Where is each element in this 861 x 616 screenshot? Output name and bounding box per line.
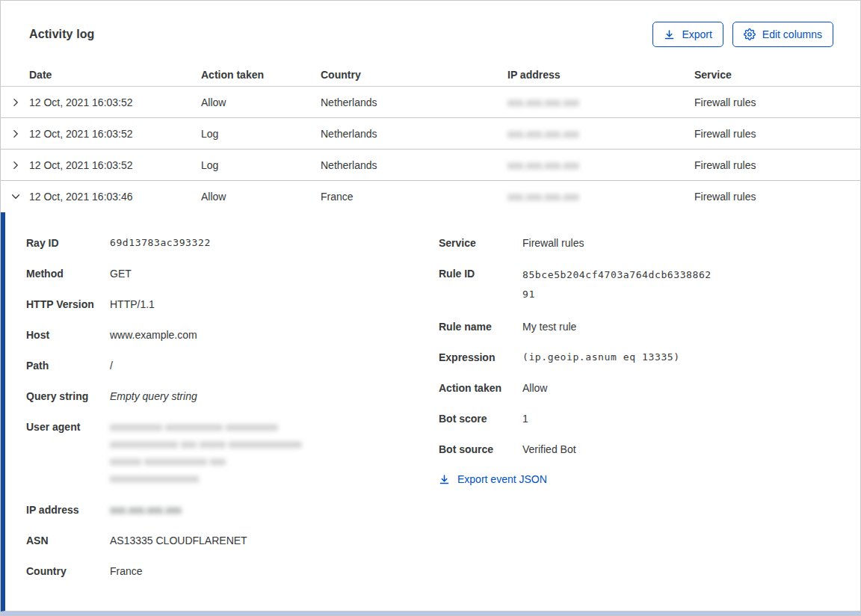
detail-field-rule-name: Rule name My test rule bbox=[439, 318, 860, 335]
detail-field-ip-address: IP address xxx.xxx.xxx.xxx bbox=[26, 502, 439, 518]
field-label: Rule name bbox=[439, 318, 522, 335]
redacted-ip: xxx.xxx.xxx.xxx bbox=[507, 191, 579, 203]
detail-field-path: Path / bbox=[26, 357, 439, 374]
table-row-expanded[interactable]: 12 Oct, 2021 16:03:46 Allow France xxx.x… bbox=[1, 181, 860, 212]
field-label: Bot source bbox=[439, 441, 522, 458]
edit-columns-button[interactable]: Edit columns bbox=[732, 22, 833, 47]
detail-field-ray-id: Ray ID 69d13783ac393322 bbox=[26, 235, 439, 251]
field-value: France bbox=[110, 563, 143, 579]
cell-country: Netherlands bbox=[321, 96, 507, 108]
field-value: 85bce5b204cf4703a764dcb633886291 bbox=[522, 265, 715, 304]
detail-field-method: Method GET bbox=[26, 265, 439, 282]
chevron-down-icon[interactable] bbox=[1, 191, 29, 202]
chevron-right-icon[interactable] bbox=[1, 129, 29, 139]
field-label: Rule ID bbox=[439, 265, 522, 304]
chevron-right-icon[interactable] bbox=[1, 160, 29, 170]
cell-ip-address: xxx.xxx.xxx.xxx bbox=[507, 96, 694, 108]
cell-action-taken: Allow bbox=[201, 96, 321, 108]
detail-field-service: Service Firewall rules bbox=[439, 235, 860, 251]
page-title: Activity log bbox=[29, 28, 94, 41]
field-value: Verified Bot bbox=[522, 441, 576, 458]
column-header-action-taken: Action taken bbox=[201, 69, 321, 81]
redacted-text-line: xxxxxxxxxxxxx xxx xxxxx xxxxxxxxxxxxxx bbox=[110, 436, 302, 452]
download-icon bbox=[664, 29, 675, 40]
field-value: 69d13783ac393322 bbox=[110, 235, 211, 251]
detail-field-asn: ASN AS13335 CLOUDFLARENET bbox=[26, 532, 439, 549]
toolbar: Export Edit columns bbox=[652, 22, 833, 47]
detail-field-country: Country France bbox=[26, 563, 439, 579]
cell-action-taken: Log bbox=[201, 159, 321, 171]
detail-field-host: Host www.example.com bbox=[26, 327, 439, 343]
cell-ip-address: xxx.xxx.xxx.xxx bbox=[507, 128, 694, 140]
detail-field-expression: Expression (ip.geoip.asnum eq 13335) bbox=[439, 349, 860, 366]
field-label: Action taken bbox=[439, 380, 522, 396]
detail-right-column: Service Firewall rules Rule ID 85bce5b20… bbox=[439, 235, 860, 611]
field-label: ASN bbox=[26, 532, 110, 549]
field-label: Ray ID bbox=[26, 235, 110, 251]
download-icon bbox=[439, 474, 450, 485]
detail-field-bot-score: Bot score 1 bbox=[439, 410, 860, 427]
redacted-ip: xxx.xxx.xxx.xxx bbox=[507, 159, 579, 171]
cell-service: Firewall rules bbox=[694, 159, 860, 171]
field-label: Query string bbox=[26, 388, 110, 404]
field-value: (ip.geoip.asnum eq 13335) bbox=[522, 349, 680, 366]
redacted-text-line: xxxxxxxxxxxxxxxxx bbox=[110, 470, 302, 487]
edit-columns-button-label: Edit columns bbox=[762, 28, 822, 40]
detail-field-action-taken: Action taken Allow bbox=[439, 380, 860, 396]
redacted-ip: xxx.xxx.xxx.xxx bbox=[507, 128, 579, 140]
table-header: Date Action taken Country IP address Ser… bbox=[1, 64, 860, 87]
detail-field-user-agent: User agent xxxxxxxxxx xxxxxxxxxxx xxxxxx… bbox=[26, 419, 439, 487]
detail-left-column: Ray ID 69d13783ac393322 Method GET HTTP … bbox=[26, 235, 439, 611]
field-value-redacted: xxx.xxx.xxx.xxx bbox=[110, 502, 182, 518]
detail-field-http-version: HTTP Version HTTP/1.1 bbox=[26, 296, 439, 312]
export-button[interactable]: Export bbox=[652, 22, 723, 47]
panel-header: Activity log Export Edit columns bbox=[1, 1, 860, 47]
cell-date: 12 Oct, 2021 16:03:52 bbox=[29, 159, 201, 171]
cell-action-taken: Allow bbox=[201, 191, 321, 203]
column-header-service: Service bbox=[694, 69, 860, 81]
cell-service: Firewall rules bbox=[694, 128, 860, 140]
bottom-divider bbox=[1, 612, 860, 615]
field-value: GET bbox=[110, 265, 132, 282]
cell-service: Firewall rules bbox=[694, 96, 860, 108]
redacted-text-line: xxxxxx xxxxxxxxxxxx xxx bbox=[110, 453, 302, 469]
cell-service: Firewall rules bbox=[694, 191, 860, 203]
field-value: Empty query string bbox=[110, 388, 197, 404]
field-value: www.example.com bbox=[110, 327, 197, 343]
table-row[interactable]: 12 Oct, 2021 16:03:52 Allow Netherlands … bbox=[1, 87, 860, 118]
chevron-right-icon[interactable] bbox=[1, 97, 29, 108]
field-value: 1 bbox=[522, 410, 528, 427]
table-row[interactable]: 12 Oct, 2021 16:03:52 Log Netherlands xx… bbox=[1, 150, 860, 181]
cell-date: 12 Oct, 2021 16:03:46 bbox=[29, 191, 201, 203]
cell-date: 12 Oct, 2021 16:03:52 bbox=[29, 128, 201, 140]
export-event-json-link[interactable]: Export event JSON bbox=[439, 473, 547, 485]
column-header-ip-address: IP address bbox=[507, 69, 694, 81]
field-label: HTTP Version bbox=[26, 296, 110, 312]
field-value: / bbox=[110, 357, 113, 374]
field-label: Expression bbox=[439, 349, 522, 366]
table-row[interactable]: 12 Oct, 2021 16:03:52 Log Netherlands xx… bbox=[1, 118, 860, 150]
cell-date: 12 Oct, 2021 16:03:52 bbox=[29, 96, 201, 108]
field-label: Bot score bbox=[439, 410, 522, 427]
gear-icon bbox=[744, 28, 756, 40]
cell-country: Netherlands bbox=[321, 159, 507, 171]
field-label: IP address bbox=[26, 502, 110, 518]
column-header-country: Country bbox=[321, 69, 507, 81]
cell-action-taken: Log bbox=[201, 128, 321, 140]
field-value: AS13335 CLOUDFLARENET bbox=[110, 532, 247, 549]
detail-field-query-string: Query string Empty query string bbox=[26, 388, 439, 404]
field-label: Country bbox=[26, 563, 110, 579]
detail-field-bot-source: Bot source Verified Bot bbox=[439, 441, 860, 458]
cell-ip-address: xxx.xxx.xxx.xxx bbox=[507, 159, 694, 171]
field-label: Method bbox=[26, 265, 110, 282]
field-label: Host bbox=[26, 327, 110, 343]
field-label: Path bbox=[26, 357, 110, 374]
cell-ip-address: xxx.xxx.xxx.xxx bbox=[507, 191, 694, 203]
field-value: Allow bbox=[522, 380, 547, 396]
detail-field-rule-id: Rule ID 85bce5b204cf4703a764dcb633886291 bbox=[439, 265, 860, 304]
redacted-ip: xxx.xxx.xxx.xxx bbox=[507, 96, 579, 108]
cell-country: France bbox=[321, 191, 507, 203]
field-value-redacted: xxxxxxxxxx xxxxxxxxxxx xxxxxxxxxx xxxxxx… bbox=[110, 419, 302, 487]
column-header-date: Date bbox=[29, 69, 201, 81]
event-detail-panel: Ray ID 69d13783ac393322 Method GET HTTP … bbox=[1, 212, 860, 612]
